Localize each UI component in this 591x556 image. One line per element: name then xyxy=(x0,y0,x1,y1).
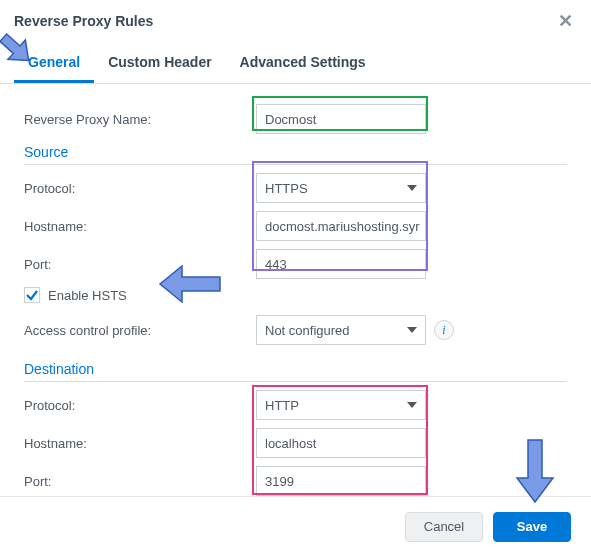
input-name[interactable]: Docmost xyxy=(256,104,426,134)
label-src-protocol: Protocol: xyxy=(24,181,256,196)
chevron-down-icon xyxy=(407,327,417,333)
input-dst-hostname[interactable]: localhost xyxy=(256,428,426,458)
dialog-footer: Cancel Save xyxy=(0,496,591,556)
label-dst-protocol: Protocol: xyxy=(24,398,256,413)
tab-general[interactable]: General xyxy=(14,46,94,83)
info-icon[interactable]: i xyxy=(434,320,454,340)
input-src-port-value: 443 xyxy=(265,257,287,272)
section-source-title: Source xyxy=(24,144,567,165)
cancel-button[interactable]: Cancel xyxy=(405,512,483,542)
tab-advanced[interactable]: Advanced Settings xyxy=(226,46,380,83)
reverse-proxy-rules-dialog: Reverse Proxy Rules ✕ General Custom Hea… xyxy=(0,0,591,556)
window-title: Reverse Proxy Rules xyxy=(14,13,153,29)
chevron-down-icon xyxy=(407,402,417,408)
select-acp[interactable]: Not configured xyxy=(256,315,426,345)
input-src-port[interactable]: 443 xyxy=(256,249,426,279)
check-icon xyxy=(25,288,39,302)
row-name: Reverse Proxy Name: Docmost xyxy=(24,102,567,136)
chevron-down-icon xyxy=(407,185,417,191)
row-src-protocol: Protocol: HTTPS xyxy=(24,171,567,205)
label-dst-port: Port: xyxy=(24,474,256,489)
input-name-value: Docmost xyxy=(265,112,316,127)
label-hsts: Enable HSTS xyxy=(48,288,127,303)
select-src-protocol-value: HTTPS xyxy=(265,181,308,196)
save-button[interactable]: Save xyxy=(493,512,571,542)
input-dst-port[interactable]: 3199 xyxy=(256,466,426,496)
input-src-hostname[interactable]: docmost.mariushosting.syr xyxy=(256,211,426,241)
input-src-hostname-value: docmost.mariushosting.syr xyxy=(265,219,420,234)
label-src-hostname: Hostname: xyxy=(24,219,256,234)
label-dst-hostname: Hostname: xyxy=(24,436,256,451)
dialog-body: Reverse Proxy Name: Docmost Source Proto… xyxy=(0,84,591,498)
row-src-hostname: Hostname: docmost.mariushosting.syr xyxy=(24,209,567,243)
titlebar: Reverse Proxy Rules ✕ xyxy=(0,0,591,38)
row-src-port: Port: 443 xyxy=(24,247,567,281)
close-icon[interactable]: ✕ xyxy=(554,10,577,32)
label-acp: Access control profile: xyxy=(24,323,256,338)
input-dst-hostname-value: localhost xyxy=(265,436,316,451)
row-hsts: Enable HSTS xyxy=(24,287,567,303)
select-src-protocol[interactable]: HTTPS xyxy=(256,173,426,203)
label-name: Reverse Proxy Name: xyxy=(24,112,256,127)
tabs: General Custom Header Advanced Settings xyxy=(0,46,591,84)
input-dst-port-value: 3199 xyxy=(265,474,294,489)
row-dst-hostname: Hostname: localhost xyxy=(24,426,567,460)
label-src-port: Port: xyxy=(24,257,256,272)
row-dst-protocol: Protocol: HTTP xyxy=(24,388,567,422)
select-dst-protocol[interactable]: HTTP xyxy=(256,390,426,420)
row-acp: Access control profile: Not configured i xyxy=(24,313,567,347)
row-dst-port: Port: 3199 xyxy=(24,464,567,498)
tab-custom-header[interactable]: Custom Header xyxy=(94,46,225,83)
select-acp-value: Not configured xyxy=(265,323,350,338)
select-dst-protocol-value: HTTP xyxy=(265,398,299,413)
checkbox-hsts[interactable] xyxy=(24,287,40,303)
section-destination-title: Destination xyxy=(24,361,567,382)
